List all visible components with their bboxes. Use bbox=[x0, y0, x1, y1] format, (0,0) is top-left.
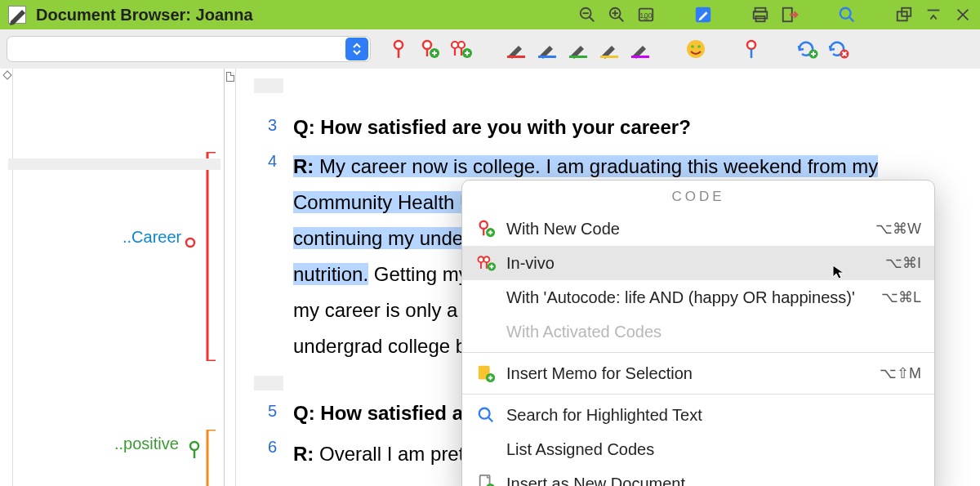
svg-line-4 bbox=[619, 17, 624, 22]
svg-point-53 bbox=[190, 442, 198, 450]
svg-rect-39 bbox=[600, 56, 618, 58]
page-column bbox=[225, 69, 236, 486]
highlighter-blue-icon[interactable] bbox=[534, 36, 560, 62]
code-label-career[interactable]: ..Career bbox=[122, 228, 181, 247]
code-bracket-career bbox=[206, 152, 217, 361]
svg-line-1 bbox=[590, 17, 595, 22]
reset-zoom-icon[interactable]: 100% bbox=[637, 6, 655, 24]
export-icon[interactable] bbox=[781, 6, 799, 24]
refresh-add-icon[interactable] bbox=[794, 36, 820, 62]
svg-point-15 bbox=[840, 8, 851, 19]
svg-point-44 bbox=[747, 41, 755, 49]
svg-point-55 bbox=[480, 221, 488, 229]
context-menu-header: CODE bbox=[462, 181, 934, 212]
highlighter-magenta-icon[interactable] bbox=[627, 36, 653, 62]
menu-item-with-activated-codes: With Activated Codes bbox=[462, 314, 934, 349]
detach-window-icon[interactable] bbox=[895, 6, 913, 24]
svg-rect-36 bbox=[507, 56, 525, 58]
code-pin-red-icon[interactable] bbox=[385, 36, 412, 62]
zoom-out-icon[interactable] bbox=[578, 6, 596, 24]
highlighter-green-icon[interactable] bbox=[565, 36, 591, 62]
new-document-icon bbox=[475, 473, 497, 486]
highlighter-red-icon[interactable] bbox=[503, 36, 529, 62]
svg-line-16 bbox=[849, 17, 854, 22]
menu-item-insert-memo[interactable]: Insert Memo for Selection ⌥⇧M bbox=[462, 356, 934, 390]
svg-line-72 bbox=[488, 417, 493, 422]
svg-point-43 bbox=[697, 45, 701, 48]
code-stripe-gutter: ..Career ..positive bbox=[0, 69, 225, 486]
window-title: Document Browser: Joanna bbox=[33, 6, 572, 25]
highlighter-yellow-icon[interactable] bbox=[596, 36, 622, 62]
svg-point-42 bbox=[691, 45, 694, 48]
code-pin-outline-icon[interactable] bbox=[738, 36, 764, 62]
ruler-mark bbox=[254, 78, 283, 93]
svg-point-62 bbox=[483, 256, 489, 262]
svg-point-71 bbox=[479, 408, 490, 419]
pin-column bbox=[2, 69, 13, 486]
titlebar: Document Browser: Joanna 100% bbox=[0, 0, 980, 29]
code-bracket-positive bbox=[206, 430, 217, 486]
emoji-icon[interactable] bbox=[683, 36, 709, 62]
close-icon[interactable] bbox=[954, 6, 972, 24]
search-input[interactable] bbox=[7, 42, 344, 56]
ruler-mark bbox=[254, 376, 283, 390]
code-circle-career-icon[interactable] bbox=[184, 236, 197, 249]
refresh-remove-icon[interactable] bbox=[825, 36, 851, 62]
svg-point-24 bbox=[423, 41, 431, 49]
menu-item-with-autocode[interactable]: With 'Autocode: life AND (happy OR happi… bbox=[462, 280, 934, 314]
toolbar bbox=[0, 29, 980, 69]
zoom-in-icon[interactable] bbox=[608, 6, 626, 24]
search-icon bbox=[475, 404, 497, 426]
paragraph-number: 6 bbox=[244, 438, 277, 457]
question-1: Q: How satisfied are you with your caree… bbox=[293, 116, 964, 139]
svg-rect-37 bbox=[538, 56, 556, 58]
pin-marker-icon[interactable] bbox=[2, 70, 11, 79]
svg-text:%: % bbox=[644, 16, 648, 22]
svg-point-31 bbox=[458, 42, 465, 48]
search-field[interactable] bbox=[7, 36, 371, 62]
code-label-positive[interactable]: ..positive bbox=[114, 435, 179, 453]
selection-beam bbox=[8, 158, 220, 170]
code-invivo-icon[interactable] bbox=[448, 36, 474, 62]
code-invivo-icon bbox=[475, 252, 497, 274]
search-dropdown-button[interactable] bbox=[345, 38, 368, 60]
menu-item-in-vivo[interactable]: In-vivo ⌥⌘I bbox=[462, 246, 934, 280]
search-icon[interactable] bbox=[838, 6, 856, 24]
svg-point-52 bbox=[186, 239, 194, 247]
menu-item-search-highlighted[interactable]: Search for Highlighted Text bbox=[462, 398, 934, 432]
code-pin-positive-icon[interactable] bbox=[187, 440, 202, 460]
edit-mode-icon[interactable] bbox=[694, 6, 712, 24]
paragraph-number: 3 bbox=[244, 116, 277, 135]
paragraph-number: 4 bbox=[244, 152, 277, 171]
code-add-icon bbox=[475, 218, 497, 239]
svg-point-41 bbox=[687, 40, 705, 58]
svg-point-60 bbox=[478, 256, 483, 262]
svg-rect-38 bbox=[569, 56, 587, 58]
page-flag-icon[interactable] bbox=[226, 72, 234, 82]
print-icon[interactable] bbox=[751, 6, 769, 24]
document-edit-icon bbox=[8, 6, 26, 24]
svg-point-22 bbox=[394, 41, 403, 49]
memo-add-icon bbox=[475, 363, 497, 384]
minimize-icon[interactable] bbox=[924, 6, 942, 24]
svg-point-29 bbox=[452, 42, 458, 48]
svg-rect-40 bbox=[631, 56, 649, 58]
code-add-icon[interactable] bbox=[416, 36, 443, 62]
menu-item-list-assigned-codes[interactable]: List Assigned Codes bbox=[462, 432, 934, 466]
menu-item-insert-new-document[interactable]: Insert as New Document bbox=[462, 466, 934, 486]
menu-item-with-new-code[interactable]: With New Code ⌥⌘W bbox=[462, 212, 934, 246]
paragraph-number: 5 bbox=[244, 402, 277, 421]
context-menu: CODE With New Code ⌥⌘W In-vivo ⌥⌘I With … bbox=[461, 180, 935, 486]
